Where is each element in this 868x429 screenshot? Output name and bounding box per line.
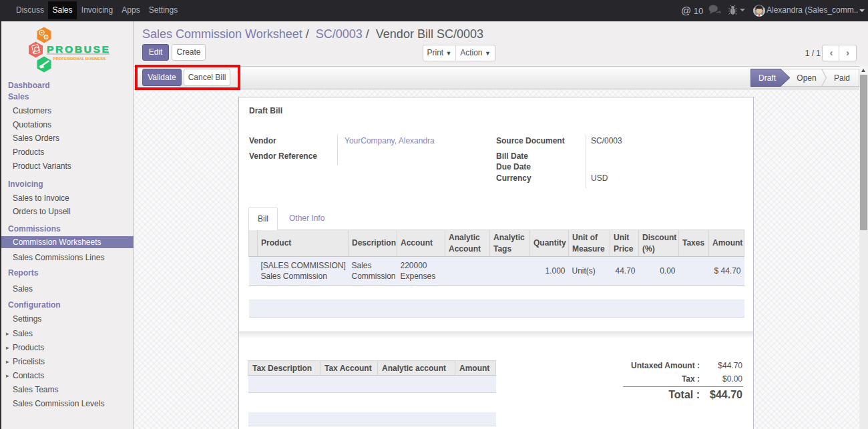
svg-text:PROBUSE: PROBUSE — [47, 43, 111, 55]
svg-text:Open: Open — [797, 73, 816, 83]
svg-text:Paid: Paid — [834, 73, 850, 83]
svg-text:Draft: Draft — [758, 73, 777, 83]
svg-text:PROFESSIONAL BUSINESS: PROFESSIONAL BUSINESS — [53, 56, 106, 61]
